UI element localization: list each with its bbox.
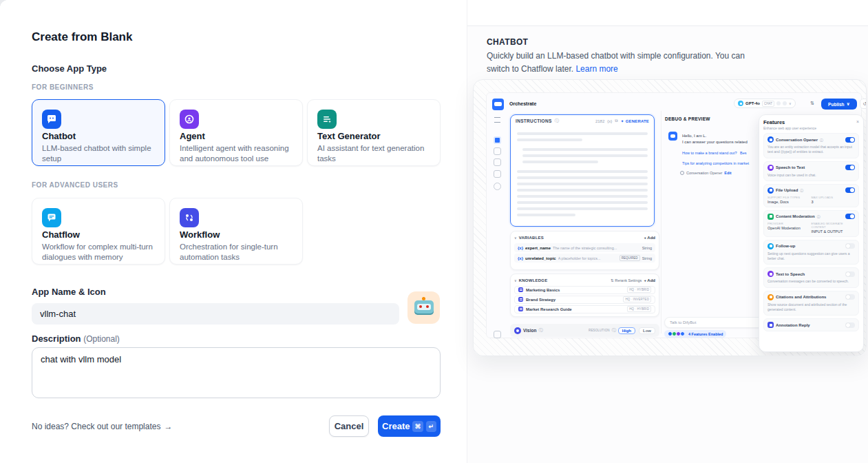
collapse-icon: ∨: [514, 278, 517, 282]
preview-description: Quickly build an LLM-based chatbot with …: [487, 50, 756, 75]
app-type-card-text-generator[interactable]: Text Generator AI assistant for text gen…: [307, 99, 441, 166]
bot-avatar-icon: [668, 132, 677, 141]
app-type-desc: LLM-based chatbot with simple setup: [42, 143, 159, 164]
create-app-modal: Create from Blank Choose App Type FOR BE…: [0, 0, 868, 463]
conversation-opener-icon: [768, 136, 774, 143]
resolution-high-button: High: [618, 327, 635, 334]
description-textarea[interactable]: chat with vllm model: [32, 347, 441, 398]
close-icon: ×: [856, 119, 859, 124]
info-icon: ⓘ: [817, 214, 821, 218]
app-name-label: App Name & Icon: [32, 287, 106, 297]
spark-icon: ✦: [621, 119, 624, 123]
modal-top-strip: [467, 0, 868, 26]
toggle-on: [845, 214, 855, 219]
feature-annotation-reply: Annotation Reply: [763, 318, 859, 331]
app-type-card-workflow[interactable]: Workflow Orchestration for single-turn a…: [169, 198, 303, 265]
agent-icon: [180, 110, 199, 129]
page-title: Create from Blank: [32, 30, 132, 44]
app-type-card-agent[interactable]: Agent Intelligent agent with reasoning a…: [169, 99, 303, 166]
toggle-off: [845, 271, 855, 277]
vision-row: Vision ⓘ RESOLUTION ⓘ High Low: [510, 324, 659, 337]
toggle-off: [845, 294, 855, 300]
enter-key-icon: ↵: [426, 421, 436, 432]
vision-icon: [514, 327, 521, 334]
variables-panel: ∨ VARIABLES + Add {x} expert_name The na…: [510, 231, 659, 270]
model-icon: [738, 101, 743, 106]
feature-content-moderation: Content Moderation ⓘ PROVIDEROpenAI Mode…: [763, 210, 859, 237]
toggle-off: [845, 322, 855, 328]
add-variable-button: + Add: [644, 236, 655, 240]
app-type-title: Chatbot: [42, 131, 76, 141]
app-type-title: Chatflow: [42, 229, 80, 240]
feature-file-upload: File Upload ⓘ SUPPORT FILE TYPESImage, D…: [763, 184, 859, 207]
logs-nav-icon: [494, 158, 501, 166]
resolution-low-button: Low: [639, 327, 655, 334]
feature-text-to-speech: Text to Speech Conversation messages can…: [763, 267, 859, 287]
model-selector-chip: GPT-4o CHAT ∨: [734, 99, 796, 108]
suggested-question: How to make a brand stand out? Bes: [682, 151, 747, 155]
workflow-icon: [180, 208, 199, 227]
instructions-panel: INSTRUCTIONS ⓘ 2182 {x} ⧉ ✦ GENERATE: [510, 114, 655, 227]
features-enabled-bar: 4 Features Enabled: [664, 330, 726, 338]
conversation-opener-icon: [680, 171, 684, 175]
rerank-settings-button: ⇅ Rerank Settings: [611, 278, 642, 282]
cancel-button[interactable]: Cancel: [329, 415, 369, 437]
edit-link: Edit: [724, 171, 731, 175]
learn-more-link[interactable]: Learn more: [575, 64, 617, 74]
generate-button: ✦ GENERATE: [621, 119, 649, 123]
variable-row: {x} unrelated_topic A placeholder for to…: [514, 254, 655, 263]
dataset-icon: [518, 307, 523, 311]
app-avatar-icon: [492, 99, 504, 110]
model-option-icon: [776, 101, 781, 105]
toggle-off: [845, 243, 855, 249]
text-generator-icon: [317, 110, 337, 129]
chevron-down-icon: ∨: [789, 101, 792, 105]
feature-citations: Citations and Attributions Show source d…: [763, 291, 859, 316]
copy-icon: ⧉: [615, 119, 617, 123]
preview-nav-icon: [494, 147, 501, 155]
app-icon-picker[interactable]: [407, 291, 440, 324]
feature-conversation-opener: Conversation Opener ⓘ You are an entity …: [763, 133, 859, 158]
app-type-card-chatflow[interactable]: Chatflow Workflow for complex multi-turn…: [32, 198, 165, 265]
app-type-card-chatbot[interactable]: Chatbot LLM-based chatbot with simple se…: [32, 99, 165, 166]
info-icon: ⓘ: [555, 118, 559, 124]
beginners-label: FOR BEGINNERS: [32, 83, 94, 91]
app-type-title: Agent: [180, 131, 205, 141]
conversation-opener-note: Conversation Opener Edit: [680, 171, 732, 175]
chatbot-preview-image: Orchestrate GPT-4o CHAT ∨ ⇅: [473, 79, 867, 356]
description-label: Description (Optional): [32, 333, 120, 344]
code-icon: {x}: [607, 119, 612, 123]
variable-icon: {x}: [518, 246, 523, 250]
toggle-on: [845, 187, 855, 193]
collapse-icon: ∨: [514, 236, 517, 240]
model-option-icon: [783, 101, 787, 105]
variable-row: {x} expert_name The name of the strategi…: [514, 243, 655, 252]
create-button[interactable]: Create ⌘ ↵: [378, 415, 441, 437]
dataset-icon: [518, 287, 523, 292]
knowledge-row: Marketing Basics HQ · HYBRID: [514, 286, 655, 295]
chatflow-icon: [42, 208, 61, 227]
bot-greeting: Hello, I am L. I can answer your questio…: [682, 133, 748, 145]
char-count: 2182: [595, 119, 604, 123]
app-type-title: Workflow: [180, 229, 220, 240]
arrow-right-icon: →: [164, 422, 172, 431]
robot-emoji-icon: [414, 300, 434, 315]
knowledge-row: Brand Strategy HQ · INVERTED: [514, 296, 655, 305]
preview-panel: CHATBOT Quickly build an LLM-based chatb…: [467, 0, 868, 463]
add-knowledge-button: + Add: [644, 278, 655, 282]
toggle-on: [845, 165, 855, 170]
feature-speech-to-text: Speech to Text Voice input can be used i…: [763, 161, 859, 181]
create-form-panel: Create from Blank Choose App Type FOR BE…: [0, 0, 467, 463]
app-name-input[interactable]: [32, 303, 399, 325]
required-badge: REQUIRED: [620, 255, 640, 261]
feature-dot-icon: [680, 331, 685, 336]
knowledge-panel: ∨ KNOWLEDGE ⇅ Rerank Settings + Add Mark…: [510, 274, 659, 317]
collapse-sidebar-icon: [494, 331, 501, 338]
app-type-desc: Workflow for complex multi-turn dialogue…: [42, 242, 159, 263]
rerank-icon: ⇅: [611, 278, 614, 282]
choose-app-type-label: Choose App Type: [32, 63, 107, 74]
templates-link[interactable]: No ideas? Check out our templates →: [32, 422, 172, 431]
preview-heading: CHATBOT: [487, 37, 528, 47]
annotation-nav-icon: [494, 170, 501, 178]
feature-follow-up: Follow-up Setting up next questions sugg…: [763, 240, 859, 265]
